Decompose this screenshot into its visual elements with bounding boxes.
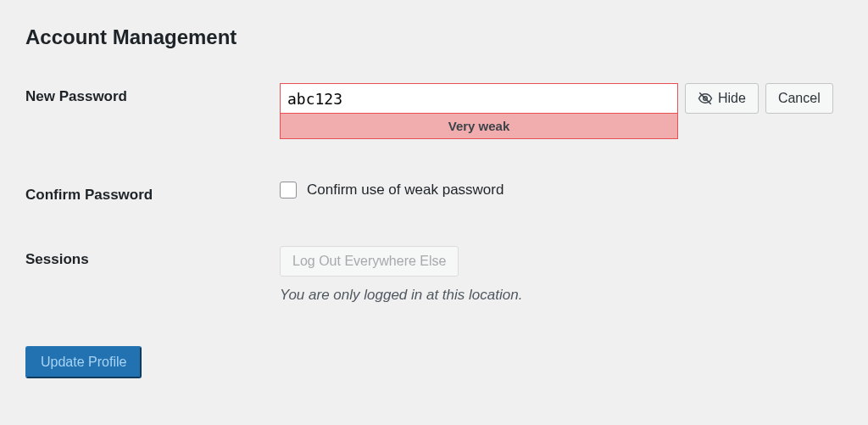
confirm-weak-password-checkbox[interactable]: [280, 182, 297, 199]
confirm-password-label: Confirm Password: [25, 182, 280, 204]
cancel-password-button[interactable]: Cancel: [765, 83, 833, 114]
sessions-label: Sessions: [25, 246, 280, 268]
update-profile-button[interactable]: Update Profile: [25, 346, 142, 378]
confirm-weak-password-label: Confirm use of weak password: [307, 182, 504, 199]
sessions-description: You are only logged in at this location.: [280, 287, 843, 304]
new-password-row: New Password Very weak Hide Cancel: [25, 83, 843, 139]
eye-slash-icon: [698, 91, 713, 106]
hide-button-label: Hide: [718, 91, 746, 106]
hide-password-button[interactable]: Hide: [685, 83, 759, 114]
new-password-input[interactable]: [280, 83, 678, 114]
section-title: Account Management: [25, 25, 843, 49]
logout-everywhere-button[interactable]: Log Out Everywhere Else: [280, 246, 459, 277]
confirm-password-row: Confirm Password Confirm use of weak pas…: [25, 182, 843, 204]
sessions-row: Sessions Log Out Everywhere Else You are…: [25, 246, 843, 304]
new-password-label: New Password: [25, 83, 280, 105]
password-strength-indicator: Very weak: [280, 114, 678, 139]
